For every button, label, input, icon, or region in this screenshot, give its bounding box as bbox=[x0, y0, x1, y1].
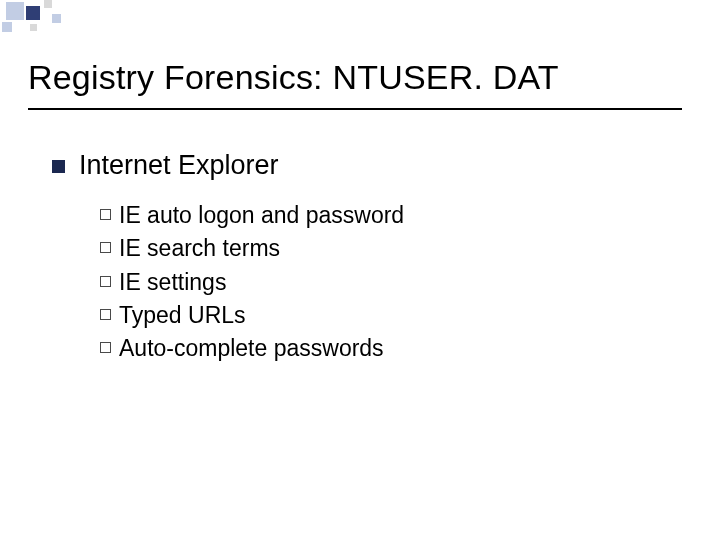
hollow-square-bullet-icon bbox=[100, 276, 111, 287]
hollow-square-bullet-icon bbox=[100, 209, 111, 220]
slide-title: Registry Forensics: NTUSER. DAT bbox=[28, 58, 559, 97]
hollow-square-bullet-icon bbox=[100, 309, 111, 320]
square-bullet-icon bbox=[52, 160, 65, 173]
section-heading: Internet Explorer bbox=[79, 150, 279, 181]
bullet-level2: IE settings bbox=[100, 266, 652, 299]
corner-decoration bbox=[0, 0, 140, 36]
bullet-level2: IE auto logon and password bbox=[100, 199, 652, 232]
slide-body: Internet Explorer IE auto logon and pass… bbox=[52, 150, 652, 366]
bullet-level2: IE search terms bbox=[100, 232, 652, 265]
bullet-level2: Typed URLs bbox=[100, 299, 652, 332]
sub-bullet-list: IE auto logon and password IE search ter… bbox=[100, 199, 652, 366]
bullet-level1: Internet Explorer bbox=[52, 150, 652, 181]
hollow-square-bullet-icon bbox=[100, 342, 111, 353]
sub-item-text: IE settings bbox=[119, 266, 226, 299]
sub-item-text: IE auto logon and password bbox=[119, 199, 404, 232]
sub-item-text: Auto-complete passwords bbox=[119, 332, 384, 365]
sub-item-text: IE search terms bbox=[119, 232, 280, 265]
title-underline bbox=[28, 108, 682, 110]
hollow-square-bullet-icon bbox=[100, 242, 111, 253]
sub-item-text: Typed URLs bbox=[119, 299, 246, 332]
bullet-level2: Auto-complete passwords bbox=[100, 332, 652, 365]
